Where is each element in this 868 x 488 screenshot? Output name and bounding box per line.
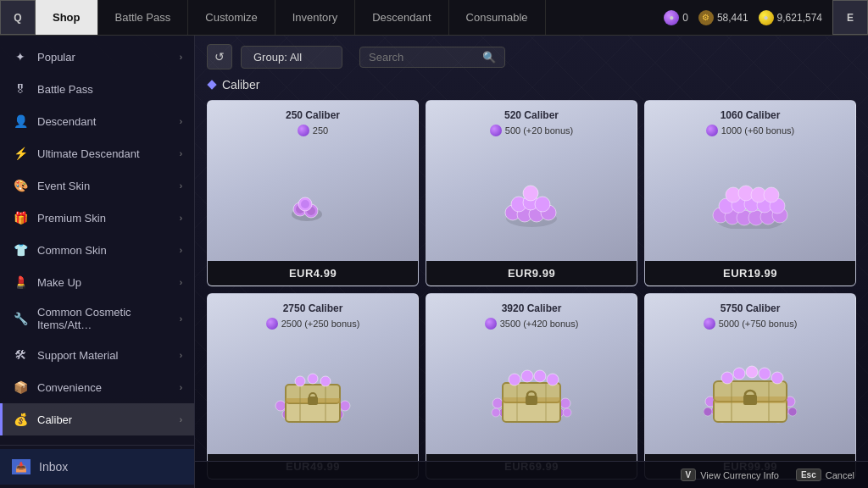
product-top: 250 Caliber 250	[208, 101, 418, 261]
sidebar-label-popular: Popular	[37, 51, 180, 64]
svg-point-61	[534, 370, 546, 382]
content-header: ↺ Group: All 🔍	[207, 44, 856, 69]
svg-point-82	[771, 372, 783, 384]
sidebar-item-premium-skin[interactable]: 🎁 Premium Skin ›	[0, 202, 194, 234]
sidebar-label-convenience: Convenience	[37, 381, 180, 394]
caliber-coin-icon	[706, 125, 718, 136]
tab-consumable[interactable]: Consumable	[449, 0, 546, 35]
sidebar-item-event-skin[interactable]: 🎨 Event Skin ›	[0, 169, 194, 202]
content-area: ↺ Group: All 🔍 Caliber 250 Caliber 250	[195, 36, 868, 488]
make-up-icon: 💄	[12, 274, 29, 291]
svg-point-6	[301, 200, 309, 208]
caliber-coin-icon	[266, 318, 278, 330]
product-name: 250 Caliber	[286, 109, 340, 121]
product-name: 520 Caliber	[504, 109, 559, 121]
sidebar-label-make-up: Make Up	[37, 276, 180, 289]
special-currency-value: 0	[682, 12, 688, 24]
gold-currency-value: 58,441	[717, 12, 748, 24]
sidebar-label-common-cosmetic: Common Cosmetic Items/Att…	[37, 306, 180, 331]
bottom-bar: V View Currency Info Esc Cancel	[195, 461, 868, 488]
svg-point-32	[275, 401, 286, 411]
gold-currency-icon: ⚙	[698, 10, 714, 25]
svg-point-78	[721, 372, 733, 384]
product-amount: 500 (+20 bonus)	[490, 125, 573, 136]
sidebar-item-battle-pass[interactable]: 🎖 Battle Pass	[0, 73, 194, 105]
section-title-text: Caliber	[222, 78, 259, 92]
sidebar-item-list: ✦ Popular › 🎖 Battle Pass 👤 Descendant ›…	[0, 36, 194, 445]
tab-shop[interactable]: Shop	[36, 0, 98, 35]
main-layout: ✦ Popular › 🎖 Battle Pass 👤 Descendant ›…	[0, 36, 868, 488]
svg-point-79	[733, 368, 745, 380]
sidebar-label-battle-pass: Battle Pass	[37, 83, 182, 96]
arrow-icon: ›	[180, 278, 182, 287]
svg-point-45	[320, 376, 331, 386]
inbox-label: Inbox	[39, 460, 68, 474]
support-icon: 🛠	[12, 347, 29, 363]
currency-gold: ⚙ 58,441	[698, 10, 748, 25]
product-image	[652, 141, 849, 258]
cancel-action[interactable]: Esc Cancel	[796, 469, 854, 481]
sidebar-item-make-up[interactable]: 💄 Make Up ›	[0, 266, 194, 298]
product-card-520[interactable]: 520 Caliber 500 (+20 bonus)	[426, 100, 637, 286]
arrow-icon: ›	[180, 246, 182, 255]
svg-point-50	[492, 408, 500, 417]
popular-icon: ✦	[12, 48, 29, 65]
product-name: 2750 Caliber	[283, 302, 343, 314]
premium-skin-icon: 🎁	[12, 209, 29, 226]
product-card-3920[interactable]: 3920 Caliber 3500 (+420 bonus)	[426, 293, 637, 480]
product-price: EUR19.99	[645, 261, 855, 286]
product-amount: 3500 (+420 bonus)	[485, 318, 579, 330]
common-skin-icon: 👕	[12, 241, 29, 258]
sidebar-item-ultimate-descendant[interactable]: ⚡ Ultimate Descendant ›	[0, 137, 194, 169]
product-image	[652, 335, 849, 451]
svg-point-62	[547, 374, 559, 385]
search-input[interactable]	[369, 51, 479, 64]
product-card-2750[interactable]: 2750 Caliber 2500 (+250 bonus)	[207, 293, 419, 480]
product-card-1060[interactable]: 1060 Caliber 1000 (+60 bonus)	[644, 100, 856, 286]
product-image	[433, 335, 630, 451]
product-card-5750[interactable]: 5750 Caliber 5000 (+750 bonus)	[644, 293, 856, 480]
caliber-currency-icon: ●	[759, 10, 774, 25]
cancel-key: Esc	[796, 469, 821, 481]
sidebar: ✦ Popular › 🎖 Battle Pass 👤 Descendant ›…	[0, 36, 195, 488]
sidebar-label-ultimate: Ultimate Descendant	[37, 147, 180, 160]
products-grid: 250 Caliber 250	[207, 100, 856, 480]
sidebar-item-common-skin[interactable]: 👕 Common Skin ›	[0, 234, 194, 266]
svg-point-46	[492, 398, 503, 408]
product-card-250[interactable]: 250 Caliber 250	[207, 100, 419, 286]
sidebar-item-inbox[interactable]: 📥 Inbox	[0, 449, 194, 485]
tab-battle-pass[interactable]: Battle Pass	[98, 0, 189, 35]
svg-point-47	[560, 398, 570, 408]
tab-customize[interactable]: Customize	[188, 0, 275, 35]
svg-point-81	[759, 368, 771, 380]
svg-point-51	[563, 408, 571, 417]
refresh-button[interactable]: ↺	[207, 44, 232, 69]
group-selector[interactable]: Group: All	[241, 46, 342, 69]
product-price: EUR9.99	[426, 261, 637, 286]
svg-point-31	[764, 187, 779, 202]
product-name: 1060 Caliber	[721, 109, 781, 121]
sidebar-item-descendant[interactable]: 👤 Descendant ›	[0, 105, 194, 137]
tab-inventory[interactable]: Inventory	[275, 0, 355, 35]
nav-right-key[interactable]: E	[832, 0, 868, 35]
sidebar-label-event-skin: Event Skin	[37, 180, 180, 192]
nav-left-key[interactable]: Q	[0, 0, 36, 35]
svg-point-14	[535, 197, 550, 212]
product-image	[214, 335, 411, 451]
sidebar-item-support-material[interactable]: 🛠 Support Material ›	[0, 339, 194, 371]
view-currency-action[interactable]: V View Currency Info	[681, 469, 779, 481]
sidebar-item-convenience[interactable]: 📦 Convenience ›	[0, 371, 194, 403]
tab-descendant[interactable]: Descendant	[355, 0, 448, 35]
search-icon: 🔍	[482, 51, 496, 64]
sidebar-item-caliber[interactable]: 💰 Caliber ›	[0, 403, 194, 435]
svg-point-80	[746, 366, 758, 378]
sidebar-item-common-cosmetic[interactable]: 🔧 Common Cosmetic Items/Att… ›	[0, 298, 194, 339]
sidebar-bottom: 📥 Inbox	[0, 445, 194, 488]
arrow-icon: ›	[180, 117, 182, 126]
top-navigation: Q Shop Battle Pass Customize Inventory D…	[0, 0, 868, 36]
arrow-icon: ›	[180, 415, 182, 424]
product-top: 520 Caliber 500 (+20 bonus)	[426, 101, 637, 261]
sidebar-item-popular[interactable]: ✦ Popular ›	[0, 41, 194, 73]
product-top: 3920 Caliber 3500 (+420 bonus)	[426, 294, 637, 454]
section-title: Caliber	[207, 78, 856, 92]
